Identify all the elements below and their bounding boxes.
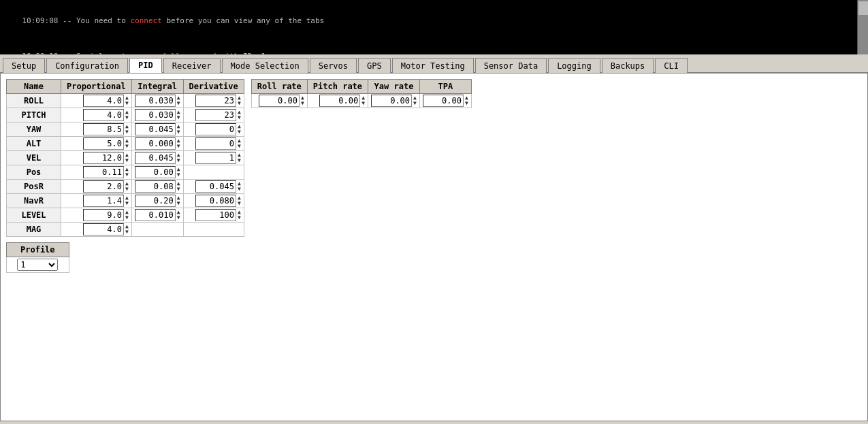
pid-yaw-prop-input[interactable] xyxy=(83,123,124,135)
pid-level-prop-input[interactable] xyxy=(83,209,124,221)
pid-pos-prop-input[interactable] xyxy=(83,166,124,178)
yaw-rate-spinner[interactable]: ▲ ▼ xyxy=(413,95,417,106)
roll-rate-down[interactable]: ▼ xyxy=(301,101,304,106)
pid-yaw-der-down[interactable]: ▼ xyxy=(238,129,241,135)
pid-pitch-int-spinner[interactable]: ▲▼ xyxy=(177,110,180,120)
profile-select[interactable]: 1 2 3 xyxy=(17,259,58,271)
pitch-rate-spinner[interactable]: ▲ ▼ xyxy=(361,95,365,106)
pid-level-int-down[interactable]: ▼ xyxy=(177,215,180,221)
log-scrollbar-thumb[interactable] xyxy=(858,1,868,15)
tab-motor-testing[interactable]: Motor Testing xyxy=(392,58,474,73)
pid-vel-int-spinner[interactable]: ▲▼ xyxy=(177,152,180,163)
pid-roll-der-down[interactable]: ▼ xyxy=(238,101,241,106)
pid-posr-prop-down[interactable]: ▼ xyxy=(125,186,129,192)
pid-navr-der-spinner[interactable]: ▲▼ xyxy=(238,195,241,206)
pitch-rate-input[interactable] xyxy=(319,95,360,107)
tab-sensor-data[interactable]: Sensor Data xyxy=(475,58,547,73)
pid-navr-der-input[interactable] xyxy=(195,195,236,207)
pid-roll-int-spinner[interactable]: ▲▼ xyxy=(177,95,180,106)
pid-yaw-int-spinner[interactable]: ▲▼ xyxy=(177,124,180,135)
roll-rate-input[interactable] xyxy=(259,95,300,107)
pid-pitch-prop-down[interactable]: ▼ xyxy=(125,115,129,120)
pid-posr-der-input[interactable] xyxy=(195,180,236,193)
pid-posr-int-spinner[interactable]: ▲▼ xyxy=(177,181,180,192)
pid-vel-der-input[interactable] xyxy=(195,152,236,164)
pid-level-int-spinner[interactable]: ▲▼ xyxy=(177,210,180,221)
pid-yaw-int-input[interactable] xyxy=(135,123,176,135)
pid-roll-der-input[interactable] xyxy=(195,95,236,107)
pid-alt-int-down[interactable]: ▼ xyxy=(177,144,180,149)
pid-pitch-der-spinner[interactable]: ▲▼ xyxy=(238,110,241,120)
pid-vel-prop-spinner[interactable]: ▲▼ xyxy=(125,152,129,163)
tab-pid[interactable]: PID xyxy=(129,58,162,73)
pid-roll-prop-down[interactable]: ▼ xyxy=(125,101,129,106)
pid-yaw-der-spinner[interactable]: ▲▼ xyxy=(238,124,241,135)
pid-level-der-input[interactable] xyxy=(195,209,236,221)
tab-backups[interactable]: Backups xyxy=(602,58,654,73)
tab-configuration[interactable]: Configuration xyxy=(46,58,128,73)
pid-vel-prop-input[interactable] xyxy=(83,152,124,164)
pid-pitch-der-down[interactable]: ▼ xyxy=(238,115,241,120)
tpa-spinner[interactable]: ▲ ▼ xyxy=(465,95,468,106)
pid-navr-prop-input[interactable] xyxy=(83,195,124,207)
log-scrollbar[interactable] xyxy=(857,0,868,54)
pid-vel-der-spinner[interactable]: ▲▼ xyxy=(238,152,241,163)
pid-level-der-spinner[interactable]: ▲▼ xyxy=(238,210,241,221)
pid-alt-der-spinner[interactable]: ▲▼ xyxy=(238,138,241,149)
pid-pos-int-input[interactable] xyxy=(135,166,176,178)
pid-mag-prop-down[interactable]: ▼ xyxy=(125,229,129,235)
pid-level-prop-down[interactable]: ▼ xyxy=(125,215,129,221)
pitch-rate-down[interactable]: ▼ xyxy=(361,101,365,106)
tab-servos[interactable]: Servos xyxy=(310,58,357,73)
tab-receiver[interactable]: Receiver xyxy=(163,58,221,73)
pid-navr-int-spinner[interactable]: ▲▼ xyxy=(177,195,180,206)
tab-mode-selection[interactable]: Mode Selection xyxy=(222,58,308,73)
pid-navr-prop-down[interactable]: ▼ xyxy=(125,201,129,206)
pid-pitch-int-input[interactable] xyxy=(135,109,176,121)
pid-pos-prop-down[interactable]: ▼ xyxy=(125,172,129,178)
pid-alt-der-input[interactable] xyxy=(195,137,236,150)
pid-yaw-prop-down[interactable]: ▼ xyxy=(125,129,129,135)
pid-roll-prop-spinner[interactable]: ▲▼ xyxy=(125,95,129,106)
pid-navr-int-input[interactable] xyxy=(135,195,176,207)
pid-yaw-der-input[interactable] xyxy=(195,123,236,135)
yaw-rate-down[interactable]: ▼ xyxy=(413,101,417,106)
tab-cli[interactable]: CLI xyxy=(655,58,688,73)
pid-alt-prop-input[interactable] xyxy=(83,137,124,150)
pid-posr-int-input[interactable] xyxy=(135,180,176,193)
pid-posr-der-spinner[interactable]: ▲▼ xyxy=(238,181,241,192)
pid-pitch-int-down[interactable]: ▼ xyxy=(177,115,180,120)
pid-vel-prop-down[interactable]: ▼ xyxy=(125,158,129,163)
pid-posr-der-down[interactable]: ▼ xyxy=(238,186,241,192)
pid-navr-der-down[interactable]: ▼ xyxy=(238,201,241,206)
pid-posr-int-down[interactable]: ▼ xyxy=(177,186,180,192)
pid-vel-der-down[interactable]: ▼ xyxy=(238,158,241,163)
tpa-down[interactable]: ▼ xyxy=(465,101,468,106)
pid-pitch-prop-input[interactable] xyxy=(83,109,124,121)
pid-pos-int-spinner[interactable]: ▲▼ xyxy=(177,167,180,178)
pid-vel-int-down[interactable]: ▼ xyxy=(177,158,180,163)
roll-rate-spinner[interactable]: ▲ ▼ xyxy=(301,95,304,106)
pid-roll-der-spinner[interactable]: ▲▼ xyxy=(238,95,241,106)
pid-alt-int-input[interactable] xyxy=(135,137,176,150)
yaw-rate-input[interactable] xyxy=(371,95,412,107)
pid-mag-prop-input[interactable] xyxy=(83,223,124,235)
pid-pos-int-down[interactable]: ▼ xyxy=(177,172,180,178)
pid-mag-prop-spinner[interactable]: ▲▼ xyxy=(125,224,129,235)
profile-select-cell[interactable]: 1 2 3 xyxy=(7,257,69,273)
pid-alt-prop-spinner[interactable]: ▲▼ xyxy=(125,138,129,149)
pid-alt-prop-down[interactable]: ▼ xyxy=(125,144,129,149)
pid-level-int-input[interactable] xyxy=(135,209,176,221)
pid-yaw-prop-spinner[interactable]: ▲▼ xyxy=(125,124,129,135)
pid-level-der-down[interactable]: ▼ xyxy=(238,215,241,221)
pid-navr-prop-spinner[interactable]: ▲▼ xyxy=(125,195,129,206)
tab-gps[interactable]: GPS xyxy=(358,58,391,73)
pid-navr-int-down[interactable]: ▼ xyxy=(177,201,180,206)
pid-pos-prop-spinner[interactable]: ▲▼ xyxy=(125,167,129,178)
tab-logging[interactable]: Logging xyxy=(548,58,600,73)
pid-posr-prop-input[interactable] xyxy=(83,180,124,193)
tpa-input[interactable] xyxy=(423,95,464,107)
pid-alt-der-down[interactable]: ▼ xyxy=(238,144,241,149)
tab-setup[interactable]: Setup xyxy=(3,58,45,73)
pid-level-prop-spinner[interactable]: ▲▼ xyxy=(125,210,129,221)
